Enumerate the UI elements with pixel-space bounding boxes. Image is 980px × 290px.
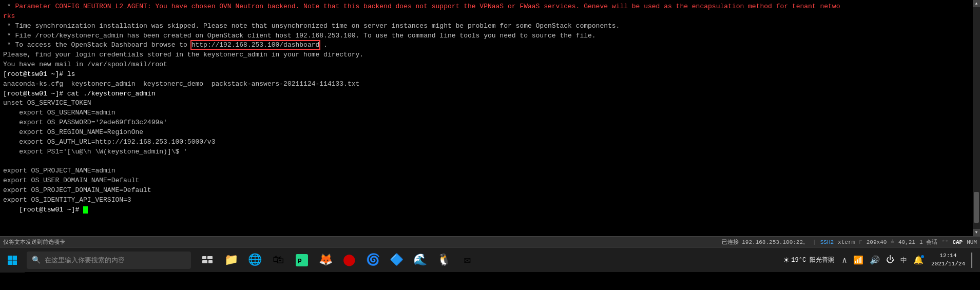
file-explorer-button[interactable]: 📁 xyxy=(220,249,242,272)
app-qq-browser-button[interactable]: 🦊 xyxy=(314,249,337,272)
chrome-button[interactable]: 🌀 xyxy=(361,249,384,272)
wave-app-icon: 🌊 xyxy=(413,253,427,267)
network-icon: 📶 xyxy=(852,254,865,266)
store-icon: 🛍 xyxy=(273,253,284,267)
app-red-icon: ⬤ xyxy=(343,253,356,267)
cap-indicator: CAP xyxy=(952,239,963,245)
search-box[interactable]: 🔍 在这里输入你要搜索的内容 xyxy=(27,252,191,269)
edge2-button[interactable]: 🔷 xyxy=(385,249,408,272)
clock-time: 12:14 xyxy=(931,252,965,260)
taskbar: 🔍 在这里输入你要搜索的内容 📁 🌐 🛍 xyxy=(0,247,980,272)
notification-badge xyxy=(921,255,924,258)
cursor-position: 40,21 xyxy=(898,239,915,245)
svg-rect-4 xyxy=(202,256,206,259)
term-line-17 xyxy=(3,157,977,167)
notification-center-button[interactable]: 🔔 xyxy=(912,254,925,266)
svg-rect-5 xyxy=(207,256,213,259)
edge-browser-button[interactable]: 🌐 xyxy=(243,249,266,272)
terminal-window[interactable]: * Parameter CONFIG_NEUTRON_L2_AGENT: You… xyxy=(0,0,980,236)
edge2-icon: 🔷 xyxy=(390,253,403,267)
term-line-22: [root@tsw01 ~]# xyxy=(3,205,977,215)
penguin-button[interactable]: 🐧 xyxy=(432,249,455,272)
num-indicator: NUM xyxy=(967,239,977,245)
xshell-status-bar: 仅将文本发送到前选项卡 已连接 192.168.253.100:22。 | SS… xyxy=(0,236,980,247)
term-line-21: export OS_IDENTITY_API_VERSION=3 xyxy=(3,196,977,205)
pycharm-button[interactable]: P xyxy=(291,249,313,272)
scroll-up-btn[interactable]: ▲ xyxy=(973,0,980,7)
term-line-18: export OS_PROJECT_NAME=admin xyxy=(3,166,977,176)
svg-rect-7 xyxy=(208,260,213,263)
clock[interactable]: 12:14 2021/11/24 xyxy=(928,252,968,268)
system-tray: ☀️ 19°C 阳光普照 ∧ 📶 🔊 ⏻ 中 🔔 12:14 xyxy=(776,248,980,273)
mail-button[interactable]: ✉ xyxy=(456,249,478,272)
show-hidden-icons-button[interactable]: ∧ xyxy=(840,254,849,266)
term-line-4: * File /root/keystonerc_admin has been c… xyxy=(3,31,977,41)
input-method-button[interactable]: 中 xyxy=(899,255,909,266)
svg-rect-1 xyxy=(13,256,17,260)
power-button[interactable]: ⏻ xyxy=(885,254,896,266)
term-line-12: export OS_USERNAME=admin xyxy=(3,108,977,118)
term-line-14: export OS_REGION_NAME=RegionOne xyxy=(3,128,977,138)
svg-text:P: P xyxy=(298,258,302,265)
terminal-type: xterm xyxy=(838,239,855,245)
svg-rect-0 xyxy=(8,256,12,260)
input-method-icon: 中 xyxy=(899,255,909,266)
volume-button[interactable]: 🔊 xyxy=(868,254,881,266)
term-line-15: export OS_AUTH_URL=http://192.168.253.10… xyxy=(3,138,977,147)
scroll-down-btn[interactable]: ▼ xyxy=(973,229,980,236)
ssh-label: SSH2 xyxy=(820,239,834,245)
task-view-button[interactable] xyxy=(196,249,219,272)
pycharm-icon: P xyxy=(296,254,308,266)
weather-text: 19°C 阳光普照 xyxy=(791,256,834,264)
app-red-button[interactable]: ⬤ xyxy=(338,249,360,272)
chrome-icon: 🌀 xyxy=(366,253,380,267)
term-line-5: * To access the OpenStack Dashboard brow… xyxy=(3,41,977,50)
show-desktop-icon xyxy=(971,253,976,268)
clock-date: 2021/11/24 xyxy=(931,260,965,268)
weather-widget[interactable]: ☀️ 19°C 阳光普照 xyxy=(780,255,837,266)
windows-logo-icon xyxy=(7,255,17,265)
session-count: 1 会话 xyxy=(919,238,937,246)
svg-rect-2 xyxy=(8,260,12,265)
qq-browser-icon: 🦊 xyxy=(319,253,333,267)
cursor xyxy=(83,206,88,214)
term-line-8: [root@tsw01 ~]# ls xyxy=(3,70,977,80)
show-desktop-button[interactable] xyxy=(971,253,976,268)
edge-browser-icon: 🌐 xyxy=(248,253,262,267)
term-line-11: unset OS_SERVICE_TOKEN xyxy=(3,99,977,108)
term-line-16: export PS1='[\u@\h \W(keystone_admin)]\$… xyxy=(3,147,977,157)
penguin-icon: 🐧 xyxy=(437,253,451,267)
network-button[interactable]: 📶 xyxy=(852,254,865,266)
term-line-7: You have new mail in /var/spool/mail/roo… xyxy=(3,60,977,70)
svg-rect-3 xyxy=(13,260,17,265)
term-line-2: rks xyxy=(3,12,977,22)
term-line-20: export OS_PROJECT_DOMAIN_NAME=Default xyxy=(3,186,977,196)
term-line-13: export OS_PASSWORD='2ede69ffb3c2499a' xyxy=(3,118,977,128)
start-button[interactable] xyxy=(0,248,25,273)
term-line-6: Please, find your login credentials stor… xyxy=(3,50,977,60)
term-line-9: anaconda-ks.cfg keystonerc_admin keyston… xyxy=(3,80,977,89)
sun-icon: ☀️ xyxy=(783,255,789,266)
term-line-19: export OS_USER_DOMAIN_NAME=Default xyxy=(3,176,977,186)
terminal-size: 209x40 xyxy=(867,239,887,245)
dashboard-url[interactable]: http://192.168.253.100/dashboard xyxy=(191,41,320,49)
send-text-label: 仅将文本发送到前选项卡 xyxy=(3,239,65,245)
svg-rect-6 xyxy=(202,260,207,263)
search-input-placeholder[interactable]: 在这里输入你要搜索的内容 xyxy=(45,256,125,265)
xshell-bar-right: 已连接 192.168.253.100:22。 | SSH2 xterm Γ 2… xyxy=(722,238,977,246)
scroll-track[interactable] xyxy=(973,7,980,229)
term-line-10: [root@tsw01 ~]# cat ./keystonerc_admin xyxy=(3,89,977,99)
store-button[interactable]: 🛍 xyxy=(267,249,290,272)
term-line-3: * Time synchronization installation was … xyxy=(3,22,977,31)
speaker-icon: 🔊 xyxy=(868,254,881,266)
power-icon: ⏻ xyxy=(885,254,896,266)
terminal-scrollbar[interactable]: ▲ ▼ xyxy=(973,0,980,236)
mail-icon: ✉ xyxy=(464,253,470,267)
term-line-1: * Parameter CONFIG_NEUTRON_L2_AGENT: You… xyxy=(3,2,977,12)
taskbar-app-icons: 📁 🌐 🛍 P 🦊 ⬤ 🌀 🔷 xyxy=(193,249,482,272)
xshell-bar-left: 仅将文本发送到前选项卡 xyxy=(3,238,718,246)
task-view-icon xyxy=(202,256,213,264)
chevron-up-icon: ∧ xyxy=(840,254,849,266)
scroll-thumb[interactable] xyxy=(974,192,979,223)
wave-app-button[interactable]: 🌊 xyxy=(409,249,431,272)
